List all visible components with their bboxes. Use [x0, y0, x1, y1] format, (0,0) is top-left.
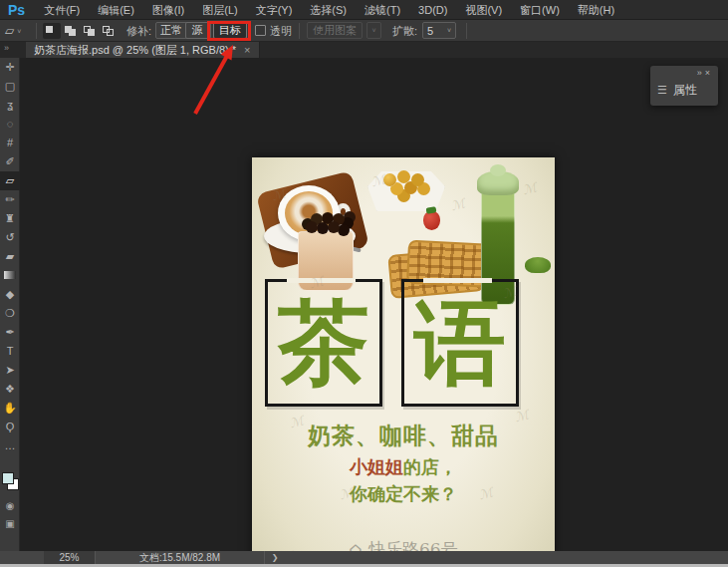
eraser-tool-icon: ▰	[6, 250, 14, 262]
patch-tool[interactable]: ▱	[0, 171, 20, 190]
poster-document[interactable]: 茶 语 奶茶、咖啡、甜品 小姐姐的店， 你确定不来？ ⌂快乐路66号 ℳℳℳℳℳ…	[252, 157, 555, 567]
toolbar-collapse-icon[interactable]: »	[4, 43, 9, 53]
dodge-tool[interactable]: ❍	[0, 304, 20, 323]
gradient-tool[interactable]	[0, 266, 20, 285]
subtract-selection-button[interactable]	[81, 23, 99, 39]
photoshop-logo: Ps	[0, 2, 35, 18]
move-tool[interactable]: ✛	[0, 58, 20, 77]
menu-item-10[interactable]: 窗口(W)	[511, 0, 569, 20]
separator	[36, 23, 37, 39]
chevron-down-icon: ˅	[447, 27, 451, 34]
eraser-tool[interactable]: ▰	[0, 247, 20, 266]
brush-tool-icon: ✏	[5, 193, 14, 205]
quick-selection-tool[interactable]: ◌	[0, 115, 20, 134]
source-button[interactable]: 源	[185, 22, 209, 39]
status-bar: 25% 文档:15.5M/82.8M ❯	[0, 551, 728, 564]
path-selection-tool[interactable]: ➤	[0, 361, 20, 380]
new-selection-icon	[46, 26, 53, 33]
title-frame-right: 语	[401, 279, 519, 407]
path-selection-tool-icon: ➤	[5, 364, 14, 376]
title-frame-left: 茶	[265, 279, 382, 407]
close-tab-icon[interactable]: ×	[244, 44, 250, 56]
destination-button[interactable]: 目标	[213, 22, 247, 39]
document-tab[interactable]: 奶茶店海报.psd @ 25% (图层 1, RGB/8) * ×	[26, 42, 260, 58]
pen-tool[interactable]: ✒	[0, 323, 20, 342]
shape-tool[interactable]: ❖	[0, 380, 20, 399]
clone-stamp-tool[interactable]: ♜	[0, 209, 20, 228]
menu-item-3[interactable]: 图像(I)	[143, 0, 193, 20]
patch-tool-preset-icon: ▱	[5, 24, 14, 38]
watermark: ℳ	[449, 196, 466, 214]
matcha-powder	[525, 257, 551, 273]
quick-selection-tool-icon: ◌	[7, 118, 14, 130]
panel-collapse-icon[interactable]: »	[697, 68, 705, 78]
properties-panel[interactable]: »× ☰ 属性	[650, 66, 718, 106]
tapioca-pearls	[306, 221, 318, 233]
diffusion-dropdown[interactable]: 5 ˅	[422, 22, 456, 39]
menu-item-9[interactable]: 视图(V)	[456, 0, 511, 20]
eyedropper-tool[interactable]: ✐	[0, 152, 20, 171]
pattern-picker-dropdown: ˅	[366, 22, 381, 39]
lasso-tool-icon: ʓ	[7, 99, 13, 111]
new-selection-button[interactable]	[43, 23, 61, 39]
separator	[466, 23, 467, 39]
menu-item-7[interactable]: 滤镜(T)	[356, 0, 409, 20]
menu-item-1[interactable]: 文件(F)	[35, 0, 89, 20]
menu-item-4[interactable]: 图层(L)	[193, 0, 246, 20]
matcha-cream	[477, 171, 519, 195]
canvas-area[interactable]: 茶 语 奶茶、咖啡、甜品 小姐姐的店， 你确定不来？ ⌂快乐路66号 ℳℳℳℳℳ…	[20, 58, 728, 551]
edit-toolbar[interactable]: …	[0, 436, 20, 455]
intersect-selection-icon	[107, 29, 114, 36]
hand-tool[interactable]: ✋	[0, 399, 20, 418]
history-brush-tool[interactable]: ↺	[0, 228, 20, 247]
eyedropper-tool-icon: ✐	[5, 155, 14, 167]
poster-title-char-left: 茶	[268, 282, 379, 404]
lasso-tool[interactable]: ʓ	[0, 96, 20, 115]
zoom-level-field[interactable]: 25%	[44, 551, 96, 564]
pen-tool-icon: ✒	[5, 326, 14, 338]
panel-close-icon[interactable]: ×	[705, 68, 713, 78]
poster-tagline-2: 你确定不来？	[252, 482, 555, 506]
marquee-tool-icon: ▢	[5, 80, 15, 92]
type-tool[interactable]: T	[0, 342, 20, 361]
properties-icon: ☰	[657, 84, 667, 97]
menu-item-5[interactable]: 文字(Y)	[247, 0, 302, 20]
chevron-down-icon: ˅	[17, 28, 21, 35]
diffusion-label: 扩散:	[392, 24, 417, 39]
crop-tool-icon: #	[7, 137, 13, 148]
clone-stamp-tool-icon: ♜	[5, 212, 15, 224]
brush-tool[interactable]: ✏	[0, 190, 20, 209]
blur-tool[interactable]: ◆	[0, 285, 20, 304]
add-selection-button[interactable]	[62, 23, 80, 39]
screen-mode-button[interactable]: ▣	[0, 516, 20, 532]
zoom-tool[interactable]: Ϙ	[0, 418, 20, 436]
marquee-tool[interactable]: ▢	[0, 77, 20, 96]
tool-preset-picker[interactable]: ▱ ˅	[5, 22, 35, 40]
panel-header: »×	[697, 68, 713, 78]
color-swatches	[2, 468, 20, 494]
menu-item-2[interactable]: 编辑(E)	[89, 0, 143, 20]
properties-panel-tab[interactable]: ☰ 属性	[657, 82, 697, 99]
crop-tool[interactable]: #	[0, 134, 20, 152]
menu-bar: Ps 文件(F)编辑(E)图像(I)图层(L)文字(Y)选择(S)滤镜(T)3D…	[0, 0, 728, 20]
tool-options-bar: ▱ ˅ 修补: 正常 ˅ 源 目标 透明 使用图案 ˅ 扩散: 5 ˅	[0, 20, 728, 42]
intersect-selection-button[interactable]	[100, 23, 118, 39]
quick-mask-button[interactable]: ◉	[0, 498, 20, 514]
photoshop-window: { "app": { "logo_text": "Ps" }, "menu_ba…	[0, 0, 728, 567]
transparent-checkbox[interactable]	[255, 25, 266, 36]
menu-item-6[interactable]: 选择(S)	[301, 0, 356, 20]
use-pattern-button: 使用图案	[307, 22, 363, 39]
status-chevron-icon[interactable]: ❯	[265, 553, 285, 562]
menu-items: 文件(F)编辑(E)图像(I)图层(L)文字(Y)选择(S)滤镜(T)3D(D)…	[35, 0, 623, 20]
document-info: 文档:15.5M/82.8M	[96, 551, 265, 564]
poster-title-char-right: 语	[404, 282, 516, 404]
edit-toolbar-icon: …	[5, 439, 16, 451]
menu-item-11[interactable]: 帮助(H)	[569, 0, 623, 20]
properties-panel-title: 属性	[673, 82, 697, 99]
tools-panel: ✛▢ʓ◌#✐▱✏♜↺▰◆❍✒T➤❖✋Ϙ… ◉ ▣	[0, 58, 20, 551]
subtract-selection-icon	[88, 29, 95, 36]
menu-item-8[interactable]: 3D(D)	[409, 0, 456, 20]
foreground-color-swatch[interactable]	[2, 472, 14, 484]
type-tool-icon: T	[7, 345, 14, 357]
zoom-tool-icon: Ϙ	[6, 421, 15, 432]
